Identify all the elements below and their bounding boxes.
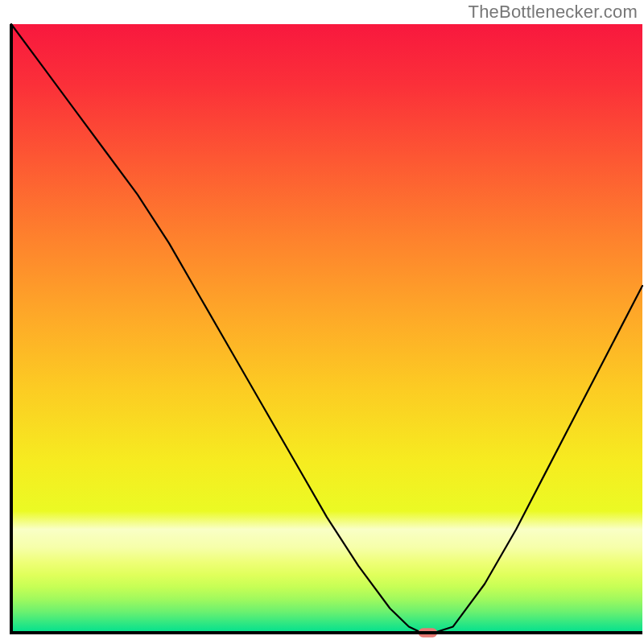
- chart-svg: [0, 0, 644, 644]
- gradient-background: [11, 24, 642, 633]
- bottleneck-chart: TheBottlenecker.com: [0, 0, 644, 644]
